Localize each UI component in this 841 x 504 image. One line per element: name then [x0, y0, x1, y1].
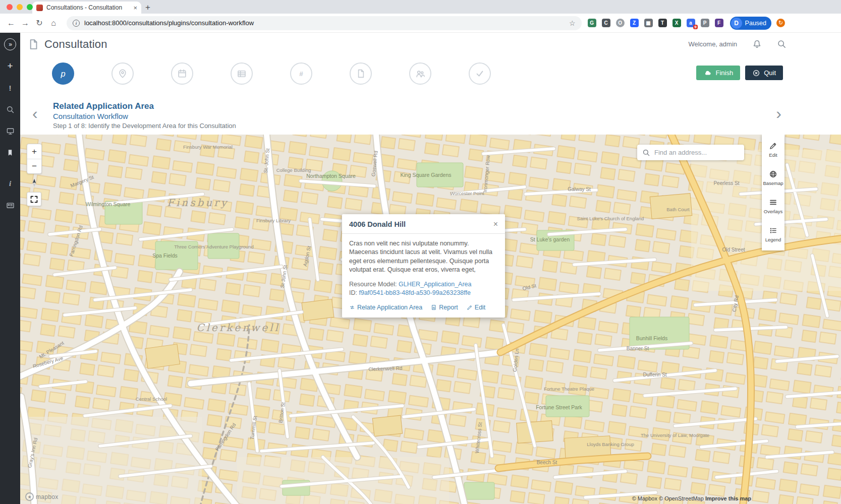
header-search-icon[interactable] — [777, 39, 787, 49]
nav-expand-button[interactable]: » — [4, 38, 16, 50]
workflow-step-6[interactable] — [350, 62, 372, 85]
app-side-nav: » + ! i — [0, 33, 20, 504]
tool-label: Legend — [765, 237, 781, 242]
extension-icon-10[interactable]: F — [715, 19, 723, 27]
browser-tab-strip: Consultations - Consultation × + — [0, 0, 841, 14]
forward-button[interactable]: → — [18, 16, 32, 30]
nav-card-item[interactable] — [4, 199, 16, 211]
map-feature-popup: 4006 Donald Hill × Cras non velit nec ni… — [342, 214, 505, 318]
map-label: Bunhill Fields — [636, 335, 667, 341]
page-doc-icon — [27, 38, 39, 50]
extension-icon-3[interactable]: O — [616, 19, 625, 27]
legend-list-icon — [769, 226, 777, 235]
improve-map-link[interactable]: Improve this map — [705, 495, 751, 501]
map-tool-legend[interactable]: Legend — [765, 226, 781, 242]
nav-info-item[interactable]: i — [4, 177, 16, 190]
workflow-step-2[interactable] — [111, 62, 134, 85]
resource-model-link[interactable]: GLHER_Application_Area — [399, 281, 472, 288]
nav-bookmark-item[interactable] — [4, 147, 16, 159]
extension-icon-9[interactable]: P — [701, 19, 709, 27]
layers-icon — [769, 198, 777, 207]
extension-icon-4[interactable]: Z — [630, 19, 639, 27]
window-zoom-button[interactable] — [27, 4, 33, 10]
hash-icon — [296, 69, 306, 79]
map-label: Finsbury War Memorial — [183, 144, 233, 150]
calendar-icon — [177, 69, 187, 79]
welcome-text: Welcome, admin — [688, 40, 737, 48]
workflow-step-5[interactable] — [290, 62, 312, 85]
workflow-step-8[interactable] — [469, 62, 491, 85]
browser-update-icon[interactable]: ↻ — [776, 19, 785, 27]
extension-badge: 9 — [693, 25, 697, 29]
back-button[interactable]: ← — [4, 16, 18, 30]
reload-button[interactable]: ↻ — [32, 16, 46, 30]
zoom-extent-button[interactable] — [27, 192, 41, 206]
step-section-subtitle: Consultation Workflow — [53, 112, 841, 120]
workflow-step-3[interactable] — [171, 62, 193, 85]
map-label: Spa Fields — [152, 253, 178, 259]
map-label: Bath Court — [666, 207, 690, 212]
report-link-label: Report — [439, 304, 458, 311]
x-circle-icon — [752, 69, 760, 77]
step-section-title: Related Application Area — [53, 101, 841, 111]
workflow-step-4[interactable] — [231, 62, 253, 85]
mapbox-logo-text: mapbox — [36, 493, 59, 500]
mapbox-logo[interactable]: ★ mapbox — [25, 492, 59, 501]
extension-icon-8[interactable]: a9 — [687, 19, 695, 27]
browser-profile-chip[interactable]: D Paused — [730, 17, 771, 30]
workflow-step-1[interactable] — [52, 62, 74, 85]
nav-desktop-item[interactable] — [4, 125, 16, 137]
relate-application-area-link[interactable]: Relate Application Area — [349, 304, 422, 311]
browser-tab[interactable]: Consultations - Consultation × — [32, 2, 141, 14]
report-link[interactable]: Report — [431, 304, 458, 311]
mapbox-attribution-link[interactable]: © Mapbox — [632, 495, 657, 501]
workflow-step-7[interactable] — [409, 62, 431, 85]
map-label: Lloyds Banking Group — [587, 442, 634, 447]
extension-icon-1[interactable]: G — [588, 19, 596, 27]
map-attribution: © Mapbox © OpenStreetMap Improve this ma… — [632, 495, 751, 501]
nav-add-button[interactable]: + — [4, 60, 16, 72]
next-step-chevron[interactable]: › — [776, 105, 781, 121]
popup-close-icon[interactable]: × — [493, 220, 498, 228]
extension-icon-2[interactable]: C — [602, 19, 610, 27]
window-minimize-button[interactable] — [17, 4, 23, 10]
map-tool-edit[interactable]: Edit — [769, 142, 777, 158]
bookmark-star-icon[interactable]: ☆ — [569, 19, 576, 27]
edit-link[interactable]: Edit — [467, 304, 486, 311]
map-label: Worcester Point — [450, 191, 484, 196]
osm-attribution-link[interactable]: © OpenStreetMap — [659, 495, 704, 501]
extension-icon-5[interactable]: ▦ — [644, 19, 653, 27]
address-search-input[interactable] — [654, 149, 743, 156]
map-label: Dufferin St — [643, 372, 666, 377]
map-address-search[interactable] — [637, 145, 744, 160]
table-icon — [237, 69, 247, 79]
map-tool-overlays[interactable]: Overlays — [764, 198, 782, 214]
map-label: Fortune Street Park — [536, 404, 582, 410]
quit-button[interactable]: Quit — [745, 66, 783, 80]
notifications-bell-icon[interactable] — [752, 39, 762, 49]
extension-icon-6[interactable]: T — [658, 19, 667, 27]
map-tools-bar: Edit Basemap Overlays Legend — [762, 135, 784, 250]
zoom-out-button[interactable]: − — [27, 159, 41, 173]
workflow-steps-bar: Finish Quit — [20, 55, 841, 98]
nav-notifications-item[interactable]: ! — [4, 82, 16, 94]
tab-close-icon[interactable]: × — [133, 4, 137, 12]
extension-icon-7[interactable]: X — [672, 19, 681, 27]
new-tab-button[interactable]: + — [141, 2, 154, 14]
zoom-in-button[interactable]: + — [27, 144, 41, 159]
nav-search-item[interactable] — [4, 103, 16, 115]
home-button[interactable]: ⌂ — [46, 16, 61, 30]
site-info-icon[interactable]: i — [73, 20, 80, 27]
compass-button[interactable] — [27, 176, 42, 190]
map-label: Old Street — [722, 247, 745, 253]
profile-status-label: Paused — [745, 20, 766, 27]
window-close-button[interactable] — [7, 4, 13, 10]
map-label: King Square Gardens — [401, 172, 452, 178]
map-tool-basemap[interactable]: Basemap — [763, 170, 783, 186]
finish-button[interactable]: Finish — [696, 66, 740, 80]
resource-id-link[interactable]: f9af0541-bb83-48fd-a530-99a263238ffe — [359, 289, 471, 296]
map-container: Finsbury War MemorialSt. John StGoswell … — [20, 135, 841, 504]
address-bar[interactable]: i localhost:8000/consultations/plugins/c… — [67, 16, 582, 30]
previous-step-chevron[interactable]: ‹ — [32, 105, 38, 121]
map-canvas[interactable]: Finsbury War MemorialSt. John StGoswell … — [20, 135, 841, 504]
